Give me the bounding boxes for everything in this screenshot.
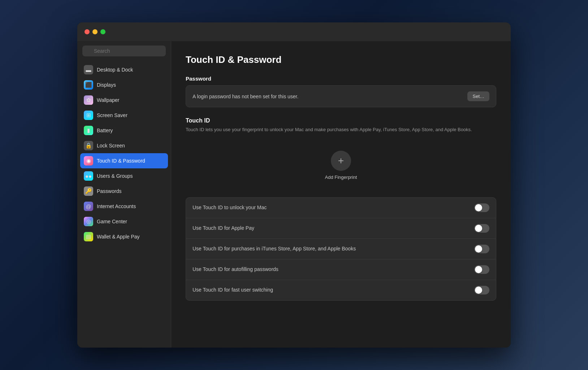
touchid-title: Touch ID xyxy=(186,117,496,124)
sidebar-item-label-touch-id: Touch ID & Password xyxy=(97,158,145,164)
battery-icon: ▮ xyxy=(84,126,93,135)
toggle-switch-fast-user-switching[interactable] xyxy=(474,286,489,294)
toggle-row-autofill-passwords: Use Touch ID for autofilling passwords xyxy=(186,259,496,280)
traffic-lights xyxy=(85,29,105,34)
sidebar-item-label-wallpaper: Wallpaper xyxy=(97,97,120,103)
minimize-button[interactable] xyxy=(92,29,98,34)
toggle-switch-autofill-passwords[interactable] xyxy=(474,265,489,274)
sidebar-item-touch-id[interactable]: ◉Touch ID & Password xyxy=(80,153,168,168)
wallpaper-icon: ✿ xyxy=(84,95,93,105)
password-box: A login password has not been set for th… xyxy=(186,85,496,107)
search-wrapper: ⌕ xyxy=(82,46,166,56)
desktop-dock-icon: ▬ xyxy=(84,65,93,74)
displays-icon: ⬛ xyxy=(84,80,93,90)
sidebar-item-internet-accounts[interactable]: @Internet Accounts xyxy=(80,199,168,214)
lock-screen-icon: 🔒 xyxy=(84,141,93,150)
sidebar-item-label-screen-saver: Screen Saver xyxy=(97,112,127,118)
touch-id-icon: ◉ xyxy=(84,156,93,165)
users-groups-icon: ●● xyxy=(84,171,93,181)
sidebar-item-label-game-center: Game Center xyxy=(97,219,127,224)
maximize-button[interactable] xyxy=(100,29,105,34)
sidebar-item-label-desktop-dock: Desktop & Dock xyxy=(97,67,133,73)
sidebar-list: ▬Desktop & Dock⬛Displays✿Wallpaper⊞Scree… xyxy=(77,61,171,348)
sidebar-item-passwords[interactable]: 🔑Passwords xyxy=(80,184,168,199)
toggle-row-fast-user-switching: Use Touch ID for fast user switching xyxy=(186,280,496,300)
toggle-label-unlock-mac: Use Touch ID to unlock your Mac xyxy=(193,204,267,211)
wallet-apple-pay-icon: ▤ xyxy=(84,232,93,241)
sidebar-item-wallpaper[interactable]: ✿Wallpaper xyxy=(80,92,168,108)
touchid-description: Touch ID lets you use your fingerprint t… xyxy=(186,126,496,133)
sidebar-item-label-wallet-apple-pay: Wallet & Apple Pay xyxy=(97,234,140,240)
add-fingerprint-area: + Add Fingerprint xyxy=(186,143,496,187)
sidebar-item-label-battery: Battery xyxy=(97,128,113,133)
search-input[interactable] xyxy=(82,46,166,56)
toggle-row-unlock-mac: Use Touch ID to unlock your Mac xyxy=(186,198,496,218)
sidebar-item-label-lock-screen: Lock Screen xyxy=(97,143,125,149)
internet-accounts-icon: @ xyxy=(84,202,93,211)
sidebar-item-displays[interactable]: ⬛Displays xyxy=(80,77,168,92)
add-fingerprint-button[interactable]: + xyxy=(331,151,351,171)
close-button[interactable] xyxy=(85,29,90,34)
password-section-label: Password xyxy=(186,76,496,82)
main-content: Touch ID & Password Password A login pas… xyxy=(171,41,511,348)
content-area: ⌕ ▬Desktop & Dock⬛Displays✿Wallpaper⊞Scr… xyxy=(77,41,511,348)
sidebar: ⌕ ▬Desktop & Dock⬛Displays✿Wallpaper⊞Scr… xyxy=(77,41,171,348)
search-container: ⌕ xyxy=(77,41,171,61)
toggle-row-itunes-store: Use Touch ID for purchases in iTunes Sto… xyxy=(186,239,496,259)
system-preferences-window: ⌕ ▬Desktop & Dock⬛Displays✿Wallpaper⊞Scr… xyxy=(77,22,511,348)
sidebar-item-desktop-dock[interactable]: ▬Desktop & Dock xyxy=(80,62,168,77)
toggle-row-apple-pay: Use Touch ID for Apple Pay xyxy=(186,218,496,239)
sidebar-item-users-groups[interactable]: ●●Users & Groups xyxy=(80,168,168,184)
screen-saver-icon: ⊞ xyxy=(84,111,93,120)
plus-icon: + xyxy=(338,155,344,167)
password-info-text: A login password has not been set for th… xyxy=(193,94,298,99)
toggle-switch-unlock-mac[interactable] xyxy=(474,203,489,212)
sidebar-item-screen-saver[interactable]: ⊞Screen Saver xyxy=(80,108,168,123)
toggle-label-itunes-store: Use Touch ID for purchases in iTunes Sto… xyxy=(193,245,356,253)
sidebar-item-label-passwords: Passwords xyxy=(97,188,121,194)
toggle-label-apple-pay: Use Touch ID for Apple Pay xyxy=(193,225,254,232)
toggle-switch-apple-pay[interactable] xyxy=(474,224,489,233)
sidebar-item-label-displays: Displays xyxy=(97,82,116,88)
toggle-label-fast-user-switching: Use Touch ID for fast user switching xyxy=(193,287,273,294)
add-fingerprint-label: Add Fingerprint xyxy=(325,175,357,180)
title-bar xyxy=(77,22,511,41)
sidebar-item-label-internet-accounts: Internet Accounts xyxy=(97,203,136,209)
toggle-switch-itunes-store[interactable] xyxy=(474,245,489,253)
sidebar-item-lock-screen[interactable]: 🔒Lock Screen xyxy=(80,138,168,153)
sidebar-item-battery[interactable]: ▮Battery xyxy=(80,123,168,138)
page-title: Touch ID & Password xyxy=(186,54,496,65)
game-center-icon: ◎ xyxy=(84,217,93,226)
toggle-label-autofill-passwords: Use Touch ID for autofilling passwords xyxy=(193,266,278,273)
sidebar-item-wallet-apple-pay[interactable]: ▤Wallet & Apple Pay xyxy=(80,229,168,244)
sidebar-item-game-center[interactable]: ◎Game Center xyxy=(80,214,168,229)
toggles-container: Use Touch ID to unlock your MacUse Touch… xyxy=(186,197,496,301)
sidebar-item-label-users-groups: Users & Groups xyxy=(97,173,133,179)
set-password-button[interactable]: Set… xyxy=(467,91,489,101)
passwords-icon: 🔑 xyxy=(84,186,93,196)
touchid-section: Touch ID Touch ID lets you use your fing… xyxy=(186,117,496,133)
